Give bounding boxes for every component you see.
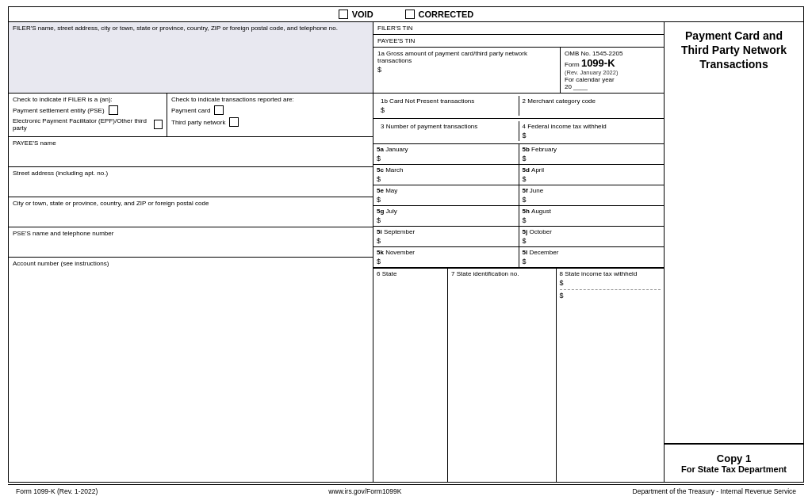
monthly-row-gh: 5g July $ 5h August $ (373, 206, 664, 227)
monthly-row-ab: 5a January $ 5b February $ (373, 144, 664, 165)
right-inner: FILER'S TIN PAYEE'S TIN 1a Gross amount … (373, 22, 803, 482)
epf-label: Electronic Payment Facilitator (EPF)/Oth… (13, 117, 150, 132)
field-5e: 5e May $ (373, 185, 519, 205)
omb-inner: OMB No. 1545-2205 Form 1099-K (Rev. Janu… (565, 50, 660, 90)
void-checkbox[interactable] (339, 10, 348, 19)
city-label: City or town, state or province, country… (13, 200, 209, 207)
city-cell: City or town, state or province, country… (9, 197, 373, 227)
field-5d: 5d April $ (519, 165, 665, 185)
fields-section: FILER'S TIN PAYEE'S TIN 1a Gross amount … (373, 22, 665, 482)
form-container: VOID CORRECTED FILER'S name, street addr… (8, 6, 804, 483)
corrected-checkbox[interactable] (405, 10, 415, 19)
pse-check-item: Payment settlement entity (PSE) (13, 105, 163, 115)
cal-year-label: For calendar year (565, 76, 660, 83)
form-label: Form 1099-K (565, 57, 660, 69)
rev-label: (Rev. January 2022) (565, 69, 660, 76)
fed-dollar: $ (523, 132, 657, 139)
footer-website: www.irs.gov/Form1099K (328, 487, 401, 495)
check-filer-label: Check to indicate if FILER is a (an): (13, 96, 163, 103)
tin-payee-cell: PAYEE'S TIN (373, 35, 664, 48)
payment-card-checkbox[interactable] (214, 105, 224, 115)
side-panel: Payment Card and Third Party Network Tra… (665, 22, 803, 482)
monthly-row-kl: 5k November $ 5l December $ (373, 247, 664, 268)
main-grid: FILER'S name, street address, city or to… (9, 22, 803, 482)
omb-no: OMB No. 1545-2205 (565, 50, 660, 57)
state-id-label: 7 State identification no. (451, 270, 519, 277)
pse-name-cell: PSE'S name and telephone number (9, 227, 373, 258)
side-copy: Copy 1 For State Tax Department (665, 444, 803, 482)
tin-filer-cell: FILER'S TIN (373, 22, 664, 35)
state-label: 6 State (377, 270, 396, 277)
gross-dollar: $ (377, 66, 556, 74)
monthly-row-cd: 5c March $ 5d April $ (373, 165, 664, 185)
dashed-line (560, 289, 661, 290)
pse-label: Payment settlement entity (PSE) (13, 107, 105, 114)
filer-info-label: FILER'S name, street address, city or to… (13, 25, 338, 32)
card-merchant-row: 1b Card Not Present transactions $ 2 Mer… (373, 94, 664, 119)
check-transactions-label: Check to indicate transactions reported … (171, 96, 369, 103)
state-id-cell: 7 State identification no. (448, 269, 557, 482)
void-label: VOID (352, 10, 373, 19)
right-section: FILER'S TIN PAYEE'S TIN 1a Gross amount … (373, 22, 803, 482)
state-dollar-2: $ (560, 292, 661, 300)
state-cell: 6 State (373, 269, 448, 482)
field-5j: 5j October $ (519, 227, 665, 246)
num-transactions-label: 3 Number of payment transactions (381, 123, 477, 130)
monthly-row-ef: 5e May $ 5f June $ (373, 185, 664, 206)
account-label: Account number (see instructions) (13, 260, 109, 267)
gross-amount-label: 1a Gross amount of payment card/third pa… (377, 50, 527, 64)
num-fed-row: 3 Number of payment transactions 4 Feder… (373, 119, 664, 144)
corrected-item: CORRECTED (405, 10, 474, 19)
corrected-label: CORRECTED (419, 10, 474, 19)
third-party-item: Third party network (171, 117, 369, 127)
check-right: Check to indicate transactions reported … (167, 94, 373, 136)
side-title: Payment Card and Third Party Network Tra… (665, 22, 803, 444)
num-transactions-cell: 3 Number of payment transactions (377, 121, 519, 141)
cal-year-value: 20 ____ (565, 83, 660, 90)
void-item: VOID (339, 10, 373, 19)
copy-label: Copy 1 (671, 452, 797, 464)
payee-name-label: PAYEE'S name (13, 139, 56, 147)
field-5l: 5l December $ (519, 247, 665, 267)
filers-tin-label: FILER'S TIN (377, 25, 413, 32)
payee-name-cell: PAYEE'S name (9, 137, 373, 167)
fed-income-cell: 4 Federal income tax withheld $ (519, 121, 661, 141)
payees-tin-label: PAYEE'S TIN (377, 37, 415, 44)
merchant-cell: 2 Merchant category code (519, 96, 661, 116)
omb-cell: OMB No. 1545-2205 Form 1099-K (Rev. Janu… (561, 48, 664, 93)
third-party-checkbox[interactable] (229, 117, 239, 127)
monthly-row-ij: 5i September $ 5j October $ (373, 227, 664, 247)
state-dollar: $ (560, 279, 661, 287)
footer-form-ref: Form 1099-K (Rev. 1-2022) (16, 487, 98, 495)
state-income-cell: 8 State income tax withheld $ $ (557, 269, 665, 482)
header-row: VOID CORRECTED (9, 7, 803, 22)
field-5b: 5b February $ (519, 144, 665, 164)
card-not-present-label: 1b Card Not Present transactions (381, 97, 474, 105)
side-title-text: Payment Card and Third Party Network Tra… (681, 29, 787, 71)
epf-checkbox[interactable] (154, 120, 163, 129)
filer-info-cell: FILER'S name, street address, city or to… (9, 22, 373, 94)
form-number: 1099-K (581, 57, 615, 69)
footer-dept: Department of the Treasury - Internal Re… (633, 487, 796, 495)
account-cell: Account number (see instructions) (9, 258, 373, 482)
check-row: Check to indicate if FILER is a (an): Pa… (9, 94, 373, 137)
field-5f: 5f June $ (519, 185, 665, 205)
field-5g: 5g July $ (373, 206, 519, 226)
footer-bar: Form 1099-K (Rev. 1-2022) www.irs.gov/Fo… (8, 484, 804, 498)
left-section: FILER'S name, street address, city or to… (9, 22, 373, 482)
pse-name-label: PSE'S name and telephone number (13, 230, 113, 237)
street-label: Street address (including apt. no.) (13, 170, 108, 177)
gross-omb-row: 1a Gross amount of payment card/third pa… (373, 48, 664, 94)
payment-card-item: Payment card (171, 105, 369, 115)
pse-checkbox[interactable] (109, 105, 118, 115)
field-5h: 5h August $ (519, 206, 665, 226)
state-row: 6 State 7 State identification no. 8 Sta… (373, 268, 664, 482)
field-5k: 5k November $ (373, 247, 519, 267)
fed-income-label: 4 Federal income tax withheld (523, 123, 607, 130)
epf-check-item: Electronic Payment Facilitator (EPF)/Oth… (13, 117, 163, 132)
page-wrapper: VOID CORRECTED FILER'S name, street addr… (0, 0, 812, 504)
check-left: Check to indicate if FILER is a (an): Pa… (9, 94, 167, 136)
card-not-present-cell: 1b Card Not Present transactions $ (377, 96, 519, 116)
street-cell: Street address (including apt. no.) (9, 167, 373, 197)
card-dollar: $ (381, 106, 515, 114)
